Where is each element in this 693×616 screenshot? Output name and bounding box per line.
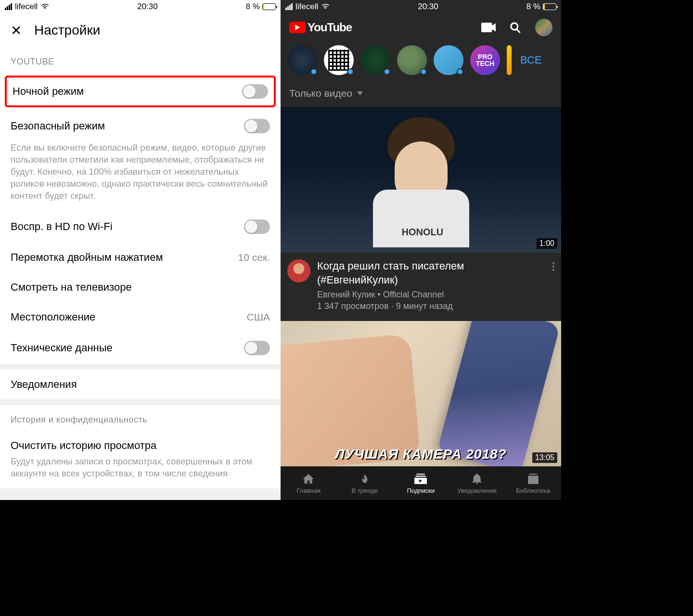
time-label: 20:30 <box>137 2 158 12</box>
channel-avatar-small[interactable] <box>287 259 310 282</box>
filter-label: Только видео <box>289 88 352 99</box>
video-channel: Евгений Кулик • Official Channel <box>317 289 546 300</box>
location-value: США <box>247 311 270 323</box>
page-title: Настройки <box>34 23 100 38</box>
tech-data-toggle[interactable] <box>244 341 270 355</box>
youtube-logo[interactable]: YouTube <box>289 21 352 34</box>
safe-mode-row[interactable]: Безопасный режим <box>0 110 281 142</box>
video-card[interactable]: HONOLU 1:00 Когда решил стать писателем … <box>281 107 561 312</box>
nav-home[interactable]: Главная <box>281 466 337 500</box>
library-icon <box>527 473 539 485</box>
battery-icon <box>262 3 276 10</box>
channel-avatar[interactable] <box>324 45 354 75</box>
night-mode-label: Ночной режим <box>13 85 84 98</box>
night-mode-row[interactable]: Ночной режим <box>7 77 274 105</box>
video-banner-text: ЛУЧШАЯ КАМЕРА 2018? <box>335 447 507 462</box>
all-channels-button[interactable]: ВСЕ <box>518 54 542 66</box>
video-duration: 13:05 <box>532 452 557 463</box>
tv-row[interactable]: Смотреть на телевизоре <box>0 272 281 302</box>
clear-history-description: Будут удалены записи о просмотрах, совер… <box>0 456 281 488</box>
bell-icon <box>471 473 483 485</box>
wifi-icon <box>40 3 49 10</box>
safe-mode-description: Если вы включите безопасный режим, видео… <box>0 142 281 211</box>
nav-notifications[interactable]: Уведомления <box>449 466 505 500</box>
channel-avatar[interactable] <box>397 45 427 75</box>
signal-icon <box>285 3 293 10</box>
channel-avatar[interactable] <box>507 45 512 75</box>
location-label: Местоположение <box>11 311 95 323</box>
nav-subscriptions[interactable]: Подписки <box>393 466 449 500</box>
carrier-label: lifecell <box>295 2 318 12</box>
settings-screen: lifecell 20:30 8 % ✕ Настройки YOUTUBE Н… <box>0 0 281 500</box>
youtube-subscriptions-screen: lifecell 20:30 8 % YouTube PRO TECH ВСЕ … <box>281 0 561 500</box>
bottom-nav: Главная В тренде Подписки Уведомления Би… <box>281 466 561 500</box>
youtube-header: YouTube <box>281 13 561 41</box>
settings-header: ✕ Настройки <box>0 13 281 47</box>
status-bar: lifecell 20:30 8 % <box>0 0 281 13</box>
video-duration: 1:00 <box>537 238 557 249</box>
battery-icon <box>543 3 556 10</box>
user-avatar[interactable] <box>535 19 552 36</box>
video-meta: 1 347 просмотров · 9 минут назад <box>317 300 546 312</box>
status-bar: lifecell 20:30 8 % <box>281 0 561 13</box>
clear-history-row[interactable]: Очистить историю просмотра <box>0 431 281 456</box>
close-icon[interactable]: ✕ <box>11 23 22 38</box>
double-tap-value: 10 сек. <box>238 252 270 263</box>
hd-wifi-toggle[interactable] <box>244 219 270 234</box>
night-mode-toggle[interactable] <box>242 84 268 99</box>
youtube-logo-text: YouTube <box>308 21 352 34</box>
safe-mode-toggle[interactable] <box>244 119 270 133</box>
channel-avatar[interactable] <box>360 45 390 75</box>
channel-avatar[interactable] <box>434 45 463 75</box>
channel-avatar[interactable]: PRO TECH <box>470 45 500 75</box>
channel-avatar[interactable] <box>287 45 317 75</box>
channels-strip[interactable]: PRO TECH ВСЕ <box>281 41 561 82</box>
filter-row[interactable]: Только видео <box>281 82 561 107</box>
youtube-logo-icon <box>289 22 306 33</box>
double-tap-row[interactable]: Перемотка двойным нажатием 10 сек. <box>0 243 281 272</box>
camera-icon[interactable] <box>481 23 496 32</box>
hd-wifi-row[interactable]: Воспр. в HD по Wi-Fi <box>0 211 281 243</box>
night-mode-highlight: Ночной режим <box>5 76 276 107</box>
carrier-label: lifecell <box>15 2 38 12</box>
safe-mode-label: Безопасный режим <box>11 120 105 132</box>
battery-percent: 8 % <box>246 2 260 12</box>
hd-wifi-label: Воспр. в HD по Wi-Fi <box>11 220 113 233</box>
search-icon[interactable] <box>509 21 522 34</box>
battery-percent: 8 % <box>526 2 540 12</box>
tech-data-row[interactable]: Технические данные <box>0 332 281 364</box>
notifications-label: Уведомления <box>11 378 77 391</box>
location-row[interactable]: Местоположение США <box>0 302 281 332</box>
tech-data-label: Технические данные <box>11 342 113 354</box>
section-header-youtube: YOUTUBE <box>0 47 281 73</box>
home-icon <box>302 473 315 485</box>
clear-history-label: Очистить историю просмотра <box>11 439 156 452</box>
trending-icon <box>359 473 371 485</box>
tv-label: Смотреть на телевизоре <box>11 281 132 294</box>
time-label: 20:30 <box>418 2 438 12</box>
video-title: Когда решил стать писателем (#ЕвгенийКул… <box>317 259 546 287</box>
signal-icon <box>5 3 12 10</box>
nav-library[interactable]: Библиотека <box>505 466 561 500</box>
video-card[interactable]: ЛУЧШАЯ КАМЕРА 2018? 13:05 <box>281 321 561 467</box>
video-thumbnail[interactable]: HONOLU 1:00 <box>281 107 561 253</box>
video-thumbnail[interactable]: ЛУЧШАЯ КАМЕРА 2018? 13:05 <box>281 321 561 467</box>
double-tap-label: Перемотка двойным нажатием <box>11 251 163 264</box>
nav-trending[interactable]: В тренде <box>337 466 393 500</box>
subscriptions-icon <box>414 473 427 485</box>
video-menu-icon[interactable] <box>552 259 554 312</box>
section-header-history: История и конфиденциальность <box>0 405 281 431</box>
chevron-down-icon <box>357 91 363 95</box>
wifi-icon <box>321 3 330 10</box>
notifications-row[interactable]: Уведомления <box>0 370 281 399</box>
